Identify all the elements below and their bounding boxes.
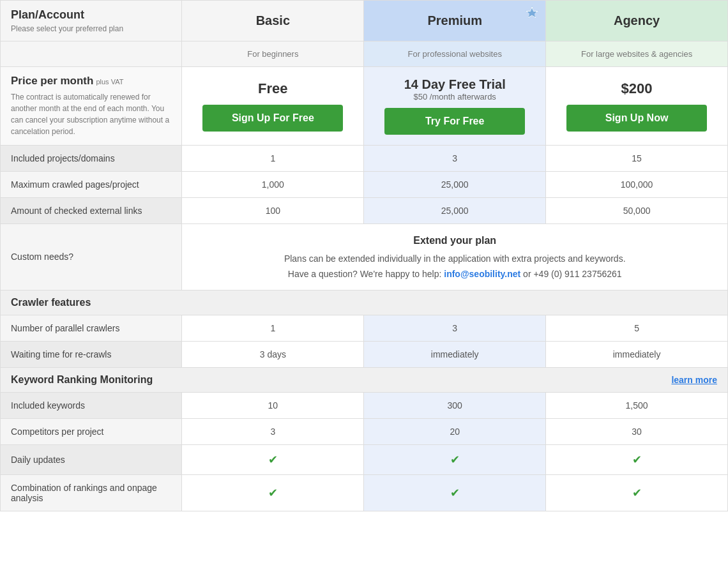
- crawler-row-recrawl: Waiting time for re-crawls 3 days immedi…: [1, 341, 728, 367]
- feature-premium-external: 25,000: [364, 198, 546, 224]
- extend-plan-desc: Plans can be extended individually in th…: [192, 252, 717, 267]
- premium-price-cell: 14 Day Free Trial $50 /month afterwards …: [364, 67, 546, 146]
- custom-needs-label: Custom needs?: [1, 224, 182, 291]
- keyword-premium-daily: ✔: [364, 444, 546, 474]
- premium-header: Premium: [364, 1, 546, 42]
- keyword-agency-included: 1,500: [546, 392, 728, 418]
- learn-more-link[interactable]: learn more: [671, 375, 717, 385]
- feature-premium-projects: 3: [364, 146, 546, 172]
- extend-plan-cell: Extend your plan Plans can be extended i…: [182, 224, 728, 291]
- extend-plan-title: Extend your plan: [192, 232, 717, 249]
- feature-agency-crawled: 100,000: [546, 172, 728, 198]
- agency-price-value: $200: [556, 80, 717, 97]
- crawler-label-recrawl: Waiting time for re-crawls: [1, 341, 182, 367]
- crawler-row-parallel: Number of parallel crawlers 1 3 5: [1, 315, 728, 341]
- check-premium-combo: ✔: [450, 487, 460, 499]
- crawler-agency-recrawl: immediately: [546, 341, 728, 367]
- keyword-label-combo: Combination of rankings and onpage analy…: [1, 474, 182, 511]
- keyword-basic-daily: ✔: [182, 444, 364, 474]
- check-premium-daily: ✔: [450, 453, 460, 466]
- premium-trial-title: 14 Day Free Trial: [374, 77, 535, 92]
- keyword-premium-combo: ✔: [364, 474, 546, 511]
- price-per-month-title: Price per month: [11, 75, 93, 87]
- basic-price-cell: Free Sign Up For Free: [182, 67, 364, 146]
- keyword-label-included: Included keywords: [1, 392, 182, 418]
- feature-agency-projects: 15: [546, 146, 728, 172]
- basic-price-value: Free: [192, 80, 353, 97]
- signup-basic-button[interactable]: Sign Up For Free: [202, 105, 343, 132]
- keyword-premium-competitors: 20: [364, 418, 546, 444]
- crawler-basic-parallel: 1: [182, 315, 364, 341]
- agency-header: Agency: [546, 1, 728, 42]
- feature-premium-crawled: 25,000: [364, 172, 546, 198]
- keyword-section-row: Keyword Ranking Monitoring learn more: [1, 367, 728, 392]
- keyword-section-inner: Keyword Ranking Monitoring learn more: [11, 374, 717, 386]
- keyword-agency-competitors: 30: [546, 418, 728, 444]
- crawler-section-header: Crawler features: [1, 290, 728, 315]
- plan-account-label: Plan/Account Please select your preferre…: [1, 1, 182, 42]
- crawler-basic-recrawl: 3 days: [182, 341, 364, 367]
- svg-marker-0: [526, 7, 538, 18]
- feature-row-crawled: Maximum crawled pages/project 1,000 25,0…: [1, 172, 728, 198]
- empty-subheader-label: [1, 42, 182, 67]
- premium-star-badge: [525, 6, 539, 20]
- keyword-row-daily: Daily updates ✔ ✔ ✔: [1, 444, 728, 474]
- agency-subheader: For large websites & agencies: [546, 42, 728, 67]
- keyword-section-title: Keyword Ranking Monitoring: [11, 374, 153, 386]
- keyword-basic-included: 10: [182, 392, 364, 418]
- check-agency-daily: ✔: [632, 453, 642, 466]
- keyword-agency-combo: ✔: [546, 474, 728, 511]
- check-basic-combo: ✔: [268, 487, 278, 499]
- feature-agency-external: 50,000: [546, 198, 728, 224]
- crawler-premium-recrawl: immediately: [364, 341, 546, 367]
- feature-label-external: Amount of checked external links: [1, 198, 182, 224]
- signup-premium-button[interactable]: Try For Free: [384, 108, 525, 135]
- keyword-row-competitors: Competitors per project 3 20 30: [1, 418, 728, 444]
- plan-label-title: Plan/Account: [11, 8, 171, 22]
- feature-label-projects: Included projects/domains: [1, 146, 182, 172]
- feature-basic-external: 100: [182, 198, 364, 224]
- keyword-basic-combo: ✔: [182, 474, 364, 511]
- feature-row-projects: Included projects/domains 1 3 15: [1, 146, 728, 172]
- keyword-row-included: Included keywords 10 300 1,500: [1, 392, 728, 418]
- extend-plan-contact: Have a question? We're happy to help: in…: [192, 267, 717, 282]
- feature-row-external: Amount of checked external links 100 25,…: [1, 198, 728, 224]
- keyword-label-daily: Daily updates: [1, 444, 182, 474]
- check-agency-combo: ✔: [632, 487, 642, 499]
- keyword-section-cell: Keyword Ranking Monitoring learn more: [1, 367, 728, 392]
- agency-price-cell: $200 Sign Up Now: [546, 67, 728, 146]
- crawler-premium-parallel: 3: [364, 315, 546, 341]
- feature-basic-projects: 1: [182, 146, 364, 172]
- keyword-row-combo: Combination of rankings and onpage analy…: [1, 474, 728, 511]
- price-label-cell: Price per monthplus VAT The contract is …: [1, 67, 182, 146]
- plan-label-subtitle: Please select your preferred plan: [11, 24, 171, 33]
- keyword-agency-daily: ✔: [546, 444, 728, 474]
- custom-needs-row: Custom needs? Extend your plan Plans can…: [1, 224, 728, 291]
- basic-header: Basic: [182, 1, 364, 42]
- premium-subheader: For professional websites: [364, 42, 546, 67]
- check-basic-daily: ✔: [268, 453, 278, 466]
- keyword-premium-included: 300: [364, 392, 546, 418]
- feature-basic-crawled: 1,000: [182, 172, 364, 198]
- crawler-label-parallel: Number of parallel crawlers: [1, 315, 182, 341]
- crawler-agency-parallel: 5: [546, 315, 728, 341]
- keyword-basic-competitors: 3: [182, 418, 364, 444]
- signup-agency-button[interactable]: Sign Up Now: [566, 105, 707, 132]
- price-description: The contract is automatically renewed fo…: [11, 91, 171, 137]
- crawler-section-title: Crawler features: [1, 290, 728, 315]
- premium-trial-sub: $50 /month afterwards: [374, 92, 535, 102]
- keyword-label-competitors: Competitors per project: [1, 418, 182, 444]
- extend-plan-email[interactable]: info@seobility.net: [444, 269, 520, 279]
- plus-vat-label: plus VAT: [96, 78, 123, 86]
- basic-subheader: For beginners: [182, 42, 364, 67]
- feature-label-crawled: Maximum crawled pages/project: [1, 172, 182, 198]
